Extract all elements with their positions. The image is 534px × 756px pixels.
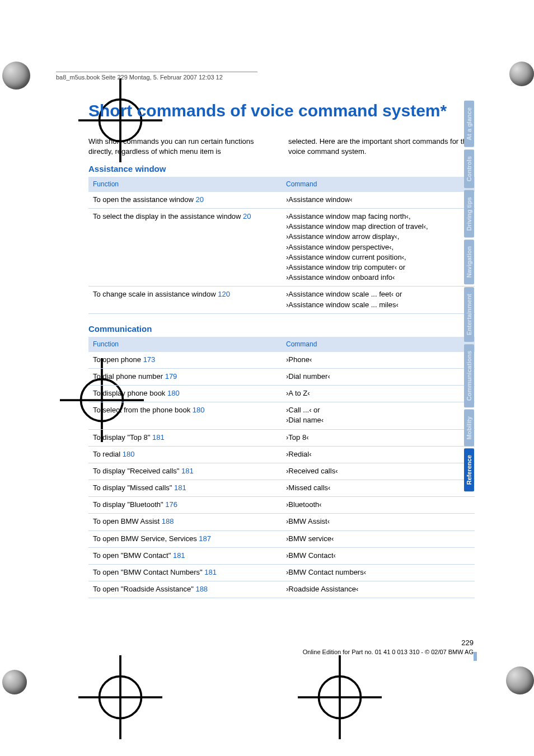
page-reference-link[interactable]: 176 xyxy=(165,500,177,509)
page-reference-link[interactable]: 180 xyxy=(193,406,205,414)
page-reference-link[interactable]: 181 xyxy=(173,551,185,560)
command-cell: ›BMW Contact‹ xyxy=(282,547,475,564)
page-reference-link[interactable]: 173 xyxy=(143,355,156,364)
function-cell: To open "Roadside Assistance" 188 xyxy=(88,581,282,598)
page-reference-link[interactable]: 187 xyxy=(199,534,211,543)
function-text: To open the assistance window xyxy=(93,195,196,204)
function-cell: To open BMW Service, Services 187 xyxy=(88,530,282,547)
table-row: To redial 180›Redial‹ xyxy=(88,446,475,463)
page-reference-link[interactable]: 188 xyxy=(195,585,208,593)
function-cell: To display phone book 180 xyxy=(88,385,282,402)
function-cell: To select the display in the assistance … xyxy=(88,209,282,287)
registration-mark-icon xyxy=(494,655,516,678)
footer-edition-line: Online Edition for Part no. 01 41 0 013 … xyxy=(303,649,474,655)
registration-mark-icon xyxy=(36,655,59,678)
side-tab-controls[interactable]: Controls xyxy=(464,149,474,188)
print-header-line: ba8_m5us.book Seite 229 Montag, 5. Febru… xyxy=(56,72,257,81)
intro-left: With short commands you can run certain … xyxy=(88,137,275,156)
table-row: To open BMW Assist 188›BMW Assist‹ xyxy=(88,514,475,530)
col-header-function: Function xyxy=(88,337,282,352)
table-row: To open phone 173›Phone‹ xyxy=(88,352,475,369)
function-text: To dial phone number xyxy=(93,372,165,381)
side-tab-driving-tips[interactable]: Driving tips xyxy=(464,190,474,238)
table-row: To display "Received calls" 181›Received… xyxy=(88,463,475,480)
function-text: To open "BMW Contact" xyxy=(93,551,173,560)
side-tab-mobility[interactable]: Mobility xyxy=(464,410,474,447)
function-text: To display phone book xyxy=(93,389,167,397)
function-cell: To display "Missed calls" 181 xyxy=(88,480,282,497)
page-content: Short commands of voice command system* … xyxy=(88,101,475,598)
print-ornament-top-left xyxy=(2,62,30,90)
page-number: 229 xyxy=(461,638,474,647)
registration-mark-icon xyxy=(494,78,516,101)
function-cell: To display "Bluetooth" 176 xyxy=(88,497,282,514)
side-tab-entertainment[interactable]: Entertainment xyxy=(464,287,474,342)
command-cell: ›Received calls‹ xyxy=(282,463,475,480)
function-cell: To open "BMW Contact" 181 xyxy=(88,547,282,564)
function-cell: To dial phone number 179 xyxy=(88,368,282,385)
page-reference-link[interactable]: 181 xyxy=(181,467,194,475)
function-cell: To open phone 173 xyxy=(88,352,282,369)
command-cell: ›Assistance window‹ xyxy=(282,192,475,209)
page-reference-link[interactable]: 181 xyxy=(174,483,186,492)
page-reference-link[interactable]: 179 xyxy=(165,372,177,381)
page-reference-link[interactable]: 181 xyxy=(152,433,165,442)
function-text: To open "Roadside Assistance" xyxy=(93,585,195,593)
registration-mark-icon xyxy=(494,358,516,381)
command-cell: ›Assistance window map facing north‹, ›A… xyxy=(282,209,475,287)
page-reference-link[interactable]: 188 xyxy=(162,517,174,525)
function-text: To display "Top 8" xyxy=(93,433,152,442)
function-text: To open phone xyxy=(93,355,143,364)
page-title: Short commands of voice command system* xyxy=(88,101,475,121)
page-footer: 229 Online Edition for Part no. 01 41 0 … xyxy=(303,638,474,655)
page-reference-link[interactable]: 20 xyxy=(243,212,251,220)
command-cell: ›Redial‹ xyxy=(282,446,475,463)
function-text: To display "Bluetooth" xyxy=(93,500,165,509)
intro-right: selected. Here are the important short c… xyxy=(288,137,475,156)
side-tab-navigation[interactable]: Navigation xyxy=(464,240,474,284)
command-cell: ›Bluetooth‹ xyxy=(282,497,475,514)
command-cell: ›Call ...‹ or ›Dial name‹ xyxy=(282,402,475,429)
registration-mark-icon xyxy=(256,655,278,678)
table-row: To display "Top 8" 181›Top 8‹ xyxy=(88,429,475,446)
page-mark-icon xyxy=(474,652,477,661)
table-row: To select from the phone book 180›Call .… xyxy=(88,402,475,429)
table-row: To dial phone number 179›Dial number‹ xyxy=(88,368,475,385)
table-row: To open "BMW Contact" 181›BMW Contact‹ xyxy=(88,547,475,564)
page-reference-link[interactable]: 180 xyxy=(123,450,135,458)
function-text: To open "BMW Contact Numbers" xyxy=(93,568,204,576)
table-row: To display "Bluetooth" 176›Bluetooth‹ xyxy=(88,497,475,514)
side-tab-reference[interactable]: Reference xyxy=(464,448,474,491)
command-cell: ›Top 8‹ xyxy=(282,429,475,446)
page-reference-link[interactable]: 180 xyxy=(167,389,180,397)
command-cell: ›Dial number‹ xyxy=(282,368,475,385)
side-tab-communications[interactable]: Communications xyxy=(464,344,474,407)
side-tab-at-a-glance[interactable]: At a glance xyxy=(464,101,474,147)
command-cell: ›BMW Contact numbers‹ xyxy=(282,565,475,581)
page-reference-link[interactable]: 20 xyxy=(196,195,204,204)
function-text: To open BMW Assist xyxy=(93,517,162,525)
col-header-command: Command xyxy=(282,177,475,192)
intro-paragraph: With short commands you can run certain … xyxy=(88,137,475,156)
page-reference-link[interactable]: 120 xyxy=(218,290,230,298)
function-text: To display "Missed calls" xyxy=(93,483,174,492)
page-reference-link[interactable]: 181 xyxy=(204,568,217,576)
command-cell: ›Roadside Assistance‹ xyxy=(282,581,475,598)
registration-mark-icon xyxy=(18,358,40,381)
function-cell: To open "BMW Contact Numbers" 181 xyxy=(88,565,282,581)
command-cell: ›Missed calls‹ xyxy=(282,480,475,497)
table-row: To change scale in assistance window 120… xyxy=(88,287,475,313)
function-cell: To redial 180 xyxy=(88,446,282,463)
side-tabs: At a glanceControlsDriving tipsNavigatio… xyxy=(464,101,476,494)
registration-mark-icon xyxy=(36,78,59,101)
function-cell: To open the assistance window 20 xyxy=(88,192,282,209)
table-row: To open "BMW Contact Numbers" 181›BMW Co… xyxy=(88,565,475,581)
function-text: To open BMW Service, Services xyxy=(93,534,199,543)
function-text: To redial xyxy=(93,450,123,458)
col-header-command: Command xyxy=(282,337,475,352)
section-heading-assistance: Assistance window xyxy=(88,164,475,173)
table-row: To open "Roadside Assistance" 188›Roadsi… xyxy=(88,581,475,598)
col-header-function: Function xyxy=(88,177,282,192)
command-cell: ›Phone‹ xyxy=(282,352,475,369)
function-text: To change scale in assistance window xyxy=(93,290,218,298)
